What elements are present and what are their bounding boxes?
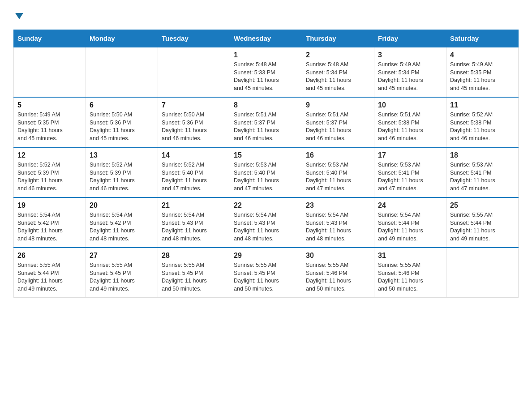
day-info: Sunrise: 5:54 AMSunset: 5:42 PMDaylight:… — [90, 211, 154, 243]
day-number: 14 — [162, 151, 226, 159]
day-number: 19 — [17, 201, 82, 210]
day-number: 18 — [450, 151, 515, 159]
day-number: 30 — [306, 252, 370, 260]
day-number: 29 — [234, 252, 298, 260]
calendar-week-row: 1Sunrise: 5:48 AMSunset: 5:33 PMDaylight… — [14, 47, 519, 97]
day-info: Sunrise: 5:48 AMSunset: 5:34 PMDaylight:… — [306, 61, 370, 92]
table-row: 28Sunrise: 5:55 AMSunset: 5:45 PMDayligh… — [158, 248, 230, 298]
table-row: 22Sunrise: 5:54 AMSunset: 5:43 PMDayligh… — [230, 197, 302, 248]
day-info: Sunrise: 5:49 AMSunset: 5:35 PMDaylight:… — [450, 61, 515, 92]
calendar-week-row: 5Sunrise: 5:49 AMSunset: 5:35 PMDaylight… — [14, 97, 519, 147]
table-row — [86, 47, 158, 97]
table-row: 3Sunrise: 5:49 AMSunset: 5:34 PMDaylight… — [374, 47, 446, 97]
day-info: Sunrise: 5:51 AMSunset: 5:38 PMDaylight:… — [378, 111, 442, 142]
col-wednesday: Wednesday — [230, 30, 302, 47]
table-row — [158, 47, 230, 97]
calendar-week-row: 19Sunrise: 5:54 AMSunset: 5:42 PMDayligh… — [14, 197, 519, 248]
day-info: Sunrise: 5:48 AMSunset: 5:33 PMDaylight:… — [234, 61, 298, 92]
calendar-header: Sunday Monday Tuesday Wednesday Thursday… — [14, 30, 519, 47]
day-number: 5 — [17, 101, 82, 109]
day-number: 8 — [234, 101, 298, 109]
table-row: 24Sunrise: 5:54 AMSunset: 5:44 PMDayligh… — [374, 197, 446, 248]
day-number: 13 — [90, 151, 154, 159]
day-number: 24 — [378, 201, 442, 210]
table-row: 14Sunrise: 5:52 AMSunset: 5:40 PMDayligh… — [158, 147, 230, 197]
table-row: 10Sunrise: 5:51 AMSunset: 5:38 PMDayligh… — [374, 97, 446, 147]
day-info: Sunrise: 5:55 AMSunset: 5:45 PMDaylight:… — [90, 261, 154, 293]
day-info: Sunrise: 5:54 AMSunset: 5:44 PMDaylight:… — [378, 211, 442, 243]
logo-general — [13, 9, 24, 21]
day-info: Sunrise: 5:50 AMSunset: 5:36 PMDaylight:… — [90, 111, 154, 142]
calendar-week-row: 12Sunrise: 5:52 AMSunset: 5:39 PMDayligh… — [14, 147, 519, 197]
day-number: 1 — [234, 51, 298, 59]
day-info: Sunrise: 5:50 AMSunset: 5:36 PMDaylight:… — [162, 111, 226, 142]
table-row: 21Sunrise: 5:54 AMSunset: 5:43 PMDayligh… — [158, 197, 230, 248]
table-row: 5Sunrise: 5:49 AMSunset: 5:35 PMDaylight… — [14, 97, 86, 147]
day-info: Sunrise: 5:53 AMSunset: 5:40 PMDaylight:… — [234, 161, 298, 193]
day-info: Sunrise: 5:53 AMSunset: 5:41 PMDaylight:… — [450, 161, 515, 193]
day-number: 28 — [162, 252, 226, 260]
table-row: 26Sunrise: 5:55 AMSunset: 5:44 PMDayligh… — [14, 248, 86, 298]
day-number: 31 — [378, 252, 442, 260]
table-row: 13Sunrise: 5:52 AMSunset: 5:39 PMDayligh… — [86, 147, 158, 197]
days-of-week-row: Sunday Monday Tuesday Wednesday Thursday… — [14, 30, 519, 47]
day-number: 15 — [234, 151, 298, 159]
day-number: 16 — [306, 151, 370, 159]
day-info: Sunrise: 5:54 AMSunset: 5:43 PMDaylight:… — [162, 211, 226, 243]
table-row — [14, 47, 86, 97]
table-row: 7Sunrise: 5:50 AMSunset: 5:36 PMDaylight… — [158, 97, 230, 147]
day-info: Sunrise: 5:55 AMSunset: 5:44 PMDaylight:… — [450, 211, 515, 243]
table-row: 12Sunrise: 5:52 AMSunset: 5:39 PMDayligh… — [14, 147, 86, 197]
day-number: 9 — [306, 101, 370, 109]
table-row: 29Sunrise: 5:55 AMSunset: 5:45 PMDayligh… — [230, 248, 302, 298]
table-row: 11Sunrise: 5:52 AMSunset: 5:38 PMDayligh… — [446, 97, 519, 147]
day-info: Sunrise: 5:55 AMSunset: 5:46 PMDaylight:… — [378, 261, 442, 293]
day-info: Sunrise: 5:53 AMSunset: 5:40 PMDaylight:… — [306, 161, 370, 193]
day-info: Sunrise: 5:52 AMSunset: 5:39 PMDaylight:… — [17, 161, 82, 193]
day-info: Sunrise: 5:52 AMSunset: 5:39 PMDaylight:… — [90, 161, 154, 193]
day-number: 17 — [378, 151, 442, 159]
logo-triangle-icon — [14, 11, 24, 21]
day-info: Sunrise: 5:54 AMSunset: 5:43 PMDaylight:… — [234, 211, 298, 243]
table-row: 16Sunrise: 5:53 AMSunset: 5:40 PMDayligh… — [302, 147, 374, 197]
table-row: 25Sunrise: 5:55 AMSunset: 5:44 PMDayligh… — [446, 197, 519, 248]
col-sunday: Sunday — [14, 30, 86, 47]
col-tuesday: Tuesday — [158, 30, 230, 47]
day-info: Sunrise: 5:49 AMSunset: 5:35 PMDaylight:… — [17, 111, 82, 142]
day-number: 23 — [306, 201, 370, 210]
day-number: 3 — [378, 51, 442, 59]
col-saturday: Saturday — [446, 30, 519, 47]
page-header — [13, 9, 519, 21]
table-row: 6Sunrise: 5:50 AMSunset: 5:36 PMDaylight… — [86, 97, 158, 147]
day-number: 20 — [90, 201, 154, 210]
day-info: Sunrise: 5:54 AMSunset: 5:43 PMDaylight:… — [306, 211, 370, 243]
table-row: 8Sunrise: 5:51 AMSunset: 5:37 PMDaylight… — [230, 97, 302, 147]
day-number: 22 — [234, 201, 298, 210]
day-number: 7 — [162, 101, 226, 109]
calendar-table: Sunday Monday Tuesday Wednesday Thursday… — [13, 30, 519, 298]
col-friday: Friday — [374, 30, 446, 47]
table-row: 15Sunrise: 5:53 AMSunset: 5:40 PMDayligh… — [230, 147, 302, 197]
table-row: 1Sunrise: 5:48 AMSunset: 5:33 PMDaylight… — [230, 47, 302, 97]
day-number: 6 — [90, 101, 154, 109]
calendar-week-row: 26Sunrise: 5:55 AMSunset: 5:44 PMDayligh… — [14, 248, 519, 298]
day-number: 4 — [450, 51, 515, 59]
col-thursday: Thursday — [302, 30, 374, 47]
day-info: Sunrise: 5:55 AMSunset: 5:46 PMDaylight:… — [306, 261, 370, 293]
table-row — [446, 248, 519, 298]
calendar-body: 1Sunrise: 5:48 AMSunset: 5:33 PMDaylight… — [14, 47, 519, 298]
col-monday: Monday — [86, 30, 158, 47]
table-row: 19Sunrise: 5:54 AMSunset: 5:42 PMDayligh… — [14, 197, 86, 248]
day-info: Sunrise: 5:51 AMSunset: 5:37 PMDaylight:… — [306, 111, 370, 142]
table-row: 23Sunrise: 5:54 AMSunset: 5:43 PMDayligh… — [302, 197, 374, 248]
day-info: Sunrise: 5:54 AMSunset: 5:42 PMDaylight:… — [17, 211, 82, 243]
day-number: 11 — [450, 101, 515, 109]
day-info: Sunrise: 5:52 AMSunset: 5:38 PMDaylight:… — [450, 111, 515, 142]
table-row: 20Sunrise: 5:54 AMSunset: 5:42 PMDayligh… — [86, 197, 158, 248]
table-row: 4Sunrise: 5:49 AMSunset: 5:35 PMDaylight… — [446, 47, 519, 97]
day-info: Sunrise: 5:53 AMSunset: 5:41 PMDaylight:… — [378, 161, 442, 193]
table-row: 30Sunrise: 5:55 AMSunset: 5:46 PMDayligh… — [302, 248, 374, 298]
table-row: 9Sunrise: 5:51 AMSunset: 5:37 PMDaylight… — [302, 97, 374, 147]
day-info: Sunrise: 5:55 AMSunset: 5:45 PMDaylight:… — [234, 261, 298, 293]
day-info: Sunrise: 5:52 AMSunset: 5:40 PMDaylight:… — [162, 161, 226, 193]
